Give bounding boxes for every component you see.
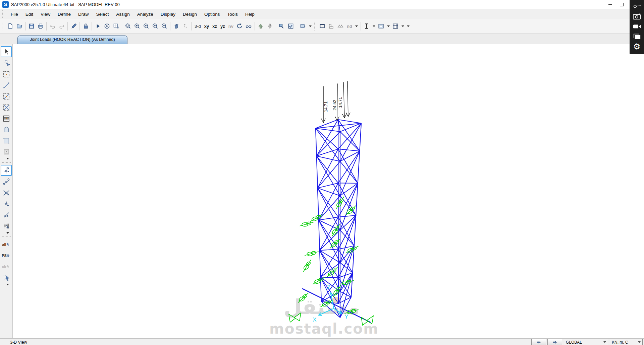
menu-tools[interactable]: Tools: [224, 10, 242, 18]
zoom-out-button[interactable]: [160, 22, 169, 30]
spring-support-icon[interactable]: [301, 260, 314, 272]
isection-display-button[interactable]: [362, 22, 371, 30]
reference-point-button[interactable]: [181, 22, 190, 30]
quick-draw-area-button[interactable]: [1, 146, 11, 157]
menu-assign[interactable]: Assign: [112, 10, 133, 18]
minimize-icon: [608, 4, 612, 5]
screenshot-button[interactable]: [633, 11, 641, 21]
print-button[interactable]: [36, 22, 45, 30]
view-nv-button[interactable]: nv: [227, 23, 235, 30]
previous-view-button[interactable]: [531, 339, 546, 345]
show-tables-button[interactable]: [111, 22, 120, 30]
next-view-button[interactable]: [547, 339, 562, 345]
perspective-toggle-button[interactable]: [244, 22, 253, 30]
draw-rect-area-button[interactable]: [1, 135, 11, 146]
model-scene-svg[interactable]: مستقل mostaql.com XYZ 14.7124.5214.71: [13, 44, 644, 338]
snap-to-lines-button[interactable]: [1, 210, 11, 220]
pan-button[interactable]: [172, 22, 181, 30]
menu-analyze[interactable]: Analyze: [133, 10, 157, 18]
zoom-in-button[interactable]: [151, 22, 160, 30]
menu-edit[interactable]: Edit: [22, 10, 37, 18]
snap-to-grid-button[interactable]: [1, 221, 11, 231]
select-all-tool-button[interactable]: all: [1, 239, 11, 250]
menu-define[interactable]: Define: [54, 10, 74, 18]
snap-to-perpendicular-button[interactable]: [1, 199, 11, 209]
display-options-dropdown-icon[interactable]: [309, 25, 312, 27]
grid-dropdown-icon[interactable]: [401, 25, 404, 27]
quick-draw-braces-button[interactable]: [1, 102, 11, 113]
menu-options[interactable]: Options: [201, 10, 224, 18]
more-tools-dropdown-icon[interactable]: [407, 25, 410, 27]
lock-icon: [83, 23, 89, 29]
snap-to-midpoints-button[interactable]: [1, 177, 11, 187]
draw-tools-dropdown-icon[interactable]: [355, 25, 358, 27]
open-model-button[interactable]: [15, 22, 24, 30]
previous-zoom-button[interactable]: [142, 22, 151, 30]
view-yz-button[interactable]: yz: [219, 23, 227, 30]
select-dropdown-icon[interactable]: [6, 284, 9, 285]
draw-area-dropdown-icon[interactable]: [6, 158, 9, 159]
area-dropdown-icon[interactable]: [387, 25, 390, 27]
undo-button[interactable]: [48, 22, 57, 30]
menu-design[interactable]: Design: [179, 10, 201, 18]
run-options-button[interactable]: [102, 22, 111, 30]
view-3d-button[interactable]: 3-d: [193, 23, 203, 30]
select-by-line-button[interactable]: [1, 272, 11, 283]
spring-support-icon[interactable]: [300, 218, 313, 230]
menu-draw[interactable]: Draw: [74, 10, 93, 18]
minimize-button[interactable]: [604, 0, 616, 8]
new-model-button[interactable]: [6, 22, 15, 30]
menu-display[interactable]: Display: [157, 10, 179, 18]
display-options-button[interactable]: [299, 22, 308, 30]
edit-model-button[interactable]: [69, 22, 78, 30]
snap-to-intersections-button[interactable]: [1, 188, 11, 198]
move-up-in-list-button[interactable]: [256, 22, 265, 30]
redo-button[interactable]: [57, 22, 66, 30]
view-xy-button[interactable]: xy: [203, 23, 211, 30]
isection-dropdown-icon[interactable]: [373, 25, 375, 27]
previous-selection-button[interactable]: PS: [1, 250, 11, 261]
snap-dropdown-icon[interactable]: [6, 232, 9, 234]
recorder-settings-button[interactable]: [633, 42, 641, 52]
record-video-button[interactable]: [633, 21, 641, 31]
select-object-button[interactable]: [277, 22, 286, 30]
frame-properties-button[interactable]: [327, 22, 336, 30]
rotate-view-button[interactable]: [235, 22, 244, 30]
draw-frame-button[interactable]: [1, 80, 11, 90]
select-all-button[interactable]: [286, 22, 296, 30]
move-down-in-list-button[interactable]: [265, 22, 274, 30]
tables-icon: [113, 23, 119, 29]
menu-file[interactable]: File: [7, 10, 22, 18]
save-model-button[interactable]: [27, 22, 36, 30]
coord-system-dropdown[interactable]: GLOBAL: [564, 339, 608, 345]
snap-perpendicular-icon: [3, 200, 10, 208]
quick-draw-secondary-beams-button[interactable]: [1, 113, 11, 124]
quick-draw-frame-button[interactable]: [1, 91, 11, 101]
run-analysis-button[interactable]: [93, 22, 102, 30]
rubberband-zoom-button[interactable]: [123, 22, 132, 30]
area-display-button[interactable]: [377, 22, 386, 30]
units-dropdown[interactable]: KN, m, C: [610, 339, 643, 345]
menu-help[interactable]: Help: [241, 10, 258, 18]
active-view-tab[interactable]: Joint Loads (HOOK REACTION) (As Defined): [17, 36, 127, 44]
restore-full-view-button[interactable]: [132, 22, 142, 30]
restore-button[interactable]: [616, 0, 627, 8]
truss-tool-button[interactable]: [336, 22, 345, 30]
view-xz-button[interactable]: xz: [211, 23, 219, 30]
lock-model-button[interactable]: [81, 22, 90, 30]
grid-display-button[interactable]: [391, 22, 400, 30]
pointer-tool-button[interactable]: [1, 46, 12, 57]
menu-view[interactable]: View: [37, 10, 54, 18]
clear-selection-button[interactable]: clr: [1, 261, 11, 272]
draw-poly-area-button[interactable]: [1, 124, 11, 135]
draw-rect-button[interactable]: [318, 22, 327, 30]
draw-special-joint-button[interactable]: [1, 69, 11, 79]
recorder-menu-button[interactable]: [633, 1, 641, 11]
model-canvas[interactable]: مستقل mostaql.com XYZ 14.7124.5214.71: [13, 44, 644, 338]
nd-button[interactable]: nd: [345, 23, 354, 30]
capture-window-button[interactable]: [633, 31, 641, 42]
menu-select[interactable]: Select: [93, 10, 113, 18]
spring-support-icon[interactable]: [305, 248, 318, 260]
snap-to-joints-button[interactable]: [1, 165, 12, 176]
reshape-tool-button[interactable]: [1, 58, 11, 68]
